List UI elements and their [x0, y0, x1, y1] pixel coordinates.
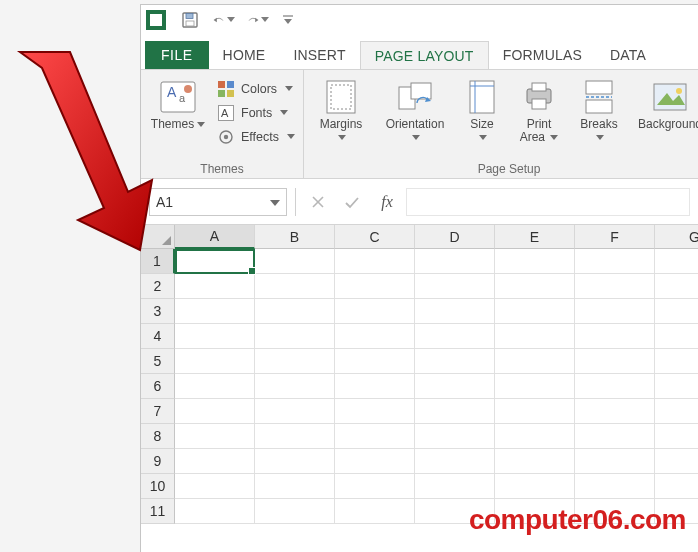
cell[interactable]: [175, 474, 255, 499]
row-header[interactable]: 9: [141, 449, 175, 474]
cell[interactable]: [655, 424, 698, 449]
cell[interactable]: [655, 374, 698, 399]
orientation-button[interactable]: Orientation: [380, 74, 450, 144]
cell[interactable]: [575, 399, 655, 424]
cell[interactable]: [255, 299, 335, 324]
cells-area[interactable]: [175, 249, 698, 524]
enter-formula-button[interactable]: [338, 189, 366, 215]
cell[interactable]: [415, 374, 495, 399]
row-header[interactable]: 8: [141, 424, 175, 449]
tab-home[interactable]: HOME: [209, 41, 280, 69]
cell[interactable]: [335, 474, 415, 499]
cell[interactable]: [495, 474, 575, 499]
redo-dropdown-icon[interactable]: [261, 17, 269, 23]
row-header[interactable]: 4: [141, 324, 175, 349]
cell[interactable]: [575, 424, 655, 449]
tab-insert[interactable]: INSERT: [279, 41, 359, 69]
background-button[interactable]: Background: [634, 74, 698, 131]
themes-button[interactable]: Aa Themes: [149, 74, 207, 131]
breaks-button[interactable]: Breaks: [574, 74, 624, 144]
row-header[interactable]: 5: [141, 349, 175, 374]
cell[interactable]: [575, 324, 655, 349]
tab-file[interactable]: FILE: [145, 41, 209, 69]
select-all-button[interactable]: [141, 225, 175, 249]
cell[interactable]: [255, 474, 335, 499]
cell[interactable]: [415, 324, 495, 349]
cell[interactable]: [495, 249, 575, 274]
cell[interactable]: [655, 349, 698, 374]
cell[interactable]: [495, 449, 575, 474]
cell[interactable]: [415, 299, 495, 324]
cell[interactable]: [255, 249, 335, 274]
cell[interactable]: [495, 424, 575, 449]
cell[interactable]: [335, 249, 415, 274]
cell[interactable]: [495, 299, 575, 324]
colors-button[interactable]: Colors: [217, 78, 295, 100]
cell[interactable]: [175, 399, 255, 424]
column-header[interactable]: E: [495, 225, 575, 249]
name-box-dropdown-icon[interactable]: [270, 194, 280, 210]
tab-formulas[interactable]: FORMULAS: [489, 41, 596, 69]
cell[interactable]: [335, 299, 415, 324]
row-header[interactable]: 10: [141, 474, 175, 499]
row-header[interactable]: 6: [141, 374, 175, 399]
effects-button[interactable]: Effects: [217, 126, 295, 148]
column-header[interactable]: A: [175, 225, 255, 249]
cell[interactable]: [175, 499, 255, 524]
cell[interactable]: [415, 249, 495, 274]
column-header[interactable]: C: [335, 225, 415, 249]
cell[interactable]: [335, 424, 415, 449]
row-header[interactable]: 2: [141, 274, 175, 299]
cell[interactable]: [175, 349, 255, 374]
cancel-formula-button[interactable]: [304, 189, 332, 215]
row-header[interactable]: 1: [141, 249, 175, 274]
cell[interactable]: [655, 324, 698, 349]
cell[interactable]: [255, 449, 335, 474]
cell[interactable]: [175, 449, 255, 474]
cell[interactable]: [175, 324, 255, 349]
cell[interactable]: [495, 374, 575, 399]
cell[interactable]: [255, 349, 335, 374]
cell[interactable]: [255, 324, 335, 349]
cell[interactable]: [575, 449, 655, 474]
cell[interactable]: [255, 424, 335, 449]
cell[interactable]: [575, 249, 655, 274]
row-header[interactable]: 7: [141, 399, 175, 424]
cell[interactable]: [255, 499, 335, 524]
tab-data[interactable]: DATA: [596, 41, 660, 69]
cell[interactable]: [335, 499, 415, 524]
cell[interactable]: [495, 399, 575, 424]
cell[interactable]: [495, 274, 575, 299]
cell[interactable]: [575, 299, 655, 324]
margins-button[interactable]: Margins: [312, 74, 370, 144]
cell[interactable]: [335, 374, 415, 399]
cell[interactable]: [655, 399, 698, 424]
row-header[interactable]: 3: [141, 299, 175, 324]
undo-button[interactable]: [213, 9, 235, 31]
cell[interactable]: [575, 374, 655, 399]
cell[interactable]: [335, 324, 415, 349]
insert-function-button[interactable]: fx: [372, 189, 400, 215]
cell[interactable]: [575, 349, 655, 374]
column-header[interactable]: D: [415, 225, 495, 249]
cell[interactable]: [415, 274, 495, 299]
formula-input[interactable]: [406, 188, 690, 216]
cell[interactable]: [495, 324, 575, 349]
cell[interactable]: [655, 474, 698, 499]
cell[interactable]: [335, 399, 415, 424]
print-area-button[interactable]: PrintArea: [514, 74, 564, 144]
cell[interactable]: [415, 349, 495, 374]
cell[interactable]: [335, 449, 415, 474]
cell[interactable]: [335, 274, 415, 299]
cell[interactable]: [175, 274, 255, 299]
cell[interactable]: [175, 299, 255, 324]
cell[interactable]: [255, 374, 335, 399]
row-header[interactable]: 11: [141, 499, 175, 524]
save-button[interactable]: [179, 9, 201, 31]
cell[interactable]: [575, 274, 655, 299]
cell[interactable]: [175, 374, 255, 399]
name-box[interactable]: A1: [149, 188, 287, 216]
cell[interactable]: [655, 299, 698, 324]
qat-customize-icon[interactable]: [283, 15, 293, 25]
fonts-button[interactable]: A Fonts: [217, 102, 295, 124]
